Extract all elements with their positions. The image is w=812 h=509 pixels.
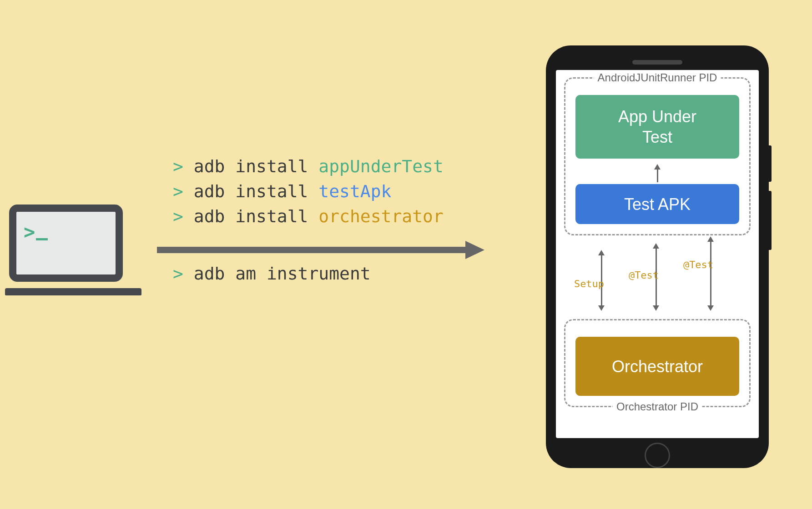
terminal-prompt-icon: > bbox=[24, 221, 35, 243]
laptop-screen: > bbox=[9, 205, 123, 282]
command-line: > adb install orchestrator bbox=[173, 205, 444, 229]
command-line: > adb install appUnderTest bbox=[173, 155, 444, 179]
arrow-up-icon bbox=[654, 164, 661, 182]
test-arrow: @Test bbox=[707, 236, 714, 311]
phone-screen: AndroidJUnitRunner PID App Under Test Te… bbox=[556, 70, 759, 438]
laptop-icon: > bbox=[9, 205, 141, 295]
flow-arrow bbox=[157, 241, 484, 259]
junit-runner-pid-box: AndroidJUnitRunner PID App Under Test Te… bbox=[564, 77, 751, 235]
phone-home-button bbox=[645, 443, 670, 468]
app-under-test-box: App Under Test bbox=[575, 95, 739, 159]
phone-device: AndroidJUnitRunner PID App Under Test Te… bbox=[546, 45, 769, 468]
command-line: > adb install testApk bbox=[173, 180, 444, 204]
orchestrator-pid-box: Orchestrator Orchestrator PID bbox=[564, 319, 751, 407]
laptop-base bbox=[5, 288, 141, 295]
setup-arrow: Setup bbox=[598, 250, 605, 311]
instrument-command: > adb am instrument bbox=[173, 264, 371, 284]
command-list: > adb install appUnderTest > adb install… bbox=[173, 155, 444, 230]
orchestrator-box: Orchestrator bbox=[575, 337, 739, 396]
pid-label: AndroidJUnitRunner PID bbox=[594, 71, 721, 84]
pid-label: Orchestrator PID bbox=[613, 400, 702, 413]
phone-speaker bbox=[632, 60, 682, 65]
test-arrow: @Test bbox=[653, 243, 659, 311]
test-apk-box: Test APK bbox=[575, 184, 739, 224]
bidirectional-arrows: Setup @Test @Test bbox=[564, 241, 751, 314]
terminal-cursor bbox=[36, 238, 48, 240]
